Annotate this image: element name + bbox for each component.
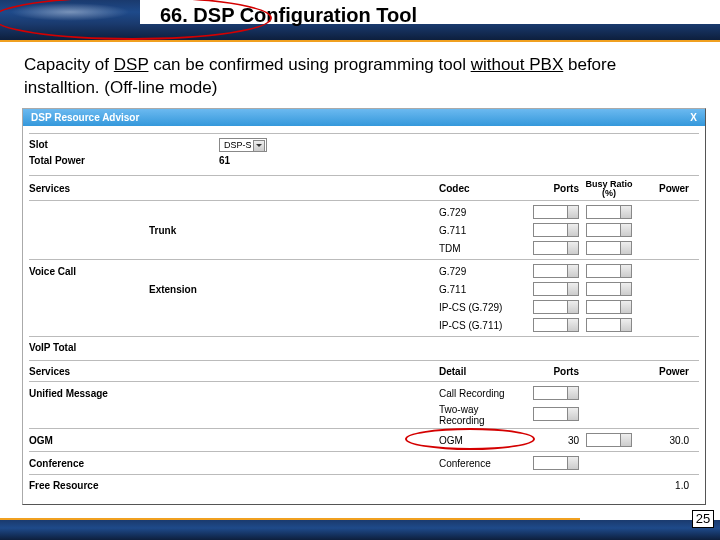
col-busy: Busy Ratio (%) [579, 180, 639, 198]
detail-label: OGM [439, 435, 519, 446]
detail-label: Two-way Recording [439, 404, 519, 426]
col-services: Services [29, 366, 149, 377]
slide-title: 66. DSP Configuration Tool [140, 0, 720, 24]
dsp-tool-window: DSP Resource Advisor X Slot DSP-S Total … [22, 108, 706, 505]
voice-call-label: Voice Call [29, 266, 149, 277]
codec-label: IP-CS (G.711) [439, 320, 519, 331]
conference-label: Conference [29, 458, 149, 469]
ogm-ports: 30 [519, 435, 579, 446]
busy-spinner[interactable] [586, 223, 632, 237]
ports-spinner[interactable] [533, 282, 579, 296]
ogm-power: 30.0 [639, 435, 689, 446]
col-power: Power [639, 183, 689, 194]
codec-label: G.711 [439, 225, 519, 236]
codec-label: G.729 [439, 266, 519, 277]
total-power-label: Total Power [29, 155, 149, 166]
voip-total-label: VoIP Total [29, 342, 149, 353]
ports-spinner[interactable] [533, 264, 579, 278]
busy-spinner[interactable] [586, 433, 632, 447]
tool-titlebar: DSP Resource Advisor X [23, 109, 705, 126]
ports-spinner[interactable] [533, 241, 579, 255]
busy-spinner[interactable] [586, 205, 632, 219]
col-codec: Codec [439, 183, 519, 194]
busy-spinner[interactable] [586, 300, 632, 314]
ports-spinner[interactable] [533, 223, 579, 237]
close-icon[interactable]: X [690, 112, 697, 123]
section-voice: Services Codec Ports Busy Ratio (%) Powe… [29, 175, 699, 356]
tool-title-label: DSP Resource Advisor [31, 112, 139, 123]
codec-label: IP-CS (G.729) [439, 302, 519, 313]
col-services: Services [29, 183, 149, 194]
slide-header: 66. DSP Configuration Tool [0, 0, 720, 42]
slot-select[interactable]: DSP-S [219, 138, 267, 152]
detail-label: Call Recording [439, 388, 519, 399]
col-ports: Ports [519, 183, 579, 194]
ports-spinner[interactable] [533, 407, 579, 421]
ports-spinner[interactable] [533, 456, 579, 470]
codec-label: TDM [439, 243, 519, 254]
body-paragraph: Capacity of DSP can be confirmed using p… [0, 42, 720, 108]
busy-spinner[interactable] [586, 241, 632, 255]
free-resource-label: Free Resource [29, 480, 149, 491]
header-decoration [0, 0, 160, 42]
extension-label: Extension [149, 284, 439, 295]
busy-spinner[interactable] [586, 282, 632, 296]
slide-footer [0, 518, 720, 540]
ports-spinner[interactable] [533, 318, 579, 332]
ports-spinner[interactable] [533, 300, 579, 314]
col-ports: Ports [519, 366, 579, 377]
top-section: Slot DSP-S Total Power 61 [29, 133, 699, 169]
page-number: 25 [692, 510, 714, 528]
busy-spinner[interactable] [586, 264, 632, 278]
ports-spinner[interactable] [533, 205, 579, 219]
col-power: Power [639, 366, 689, 377]
tool-content: Slot DSP-S Total Power 61 Services Codec… [23, 126, 705, 504]
ports-spinner[interactable] [533, 386, 579, 400]
free-power: 1.0 [639, 480, 689, 491]
col-detail: Detail [439, 366, 519, 377]
slot-label: Slot [29, 139, 149, 150]
trunk-label: Trunk [149, 225, 439, 236]
codec-label: G.711 [439, 284, 519, 295]
total-power-value: 61 [219, 155, 230, 166]
ogm-label: OGM [29, 435, 149, 446]
um-label: Unified Message [29, 388, 149, 399]
busy-spinner[interactable] [586, 318, 632, 332]
section-services2: Services Detail Ports Power Unified Mess… [29, 360, 699, 494]
detail-label: Conference [439, 458, 519, 469]
codec-label: G.729 [439, 207, 519, 218]
